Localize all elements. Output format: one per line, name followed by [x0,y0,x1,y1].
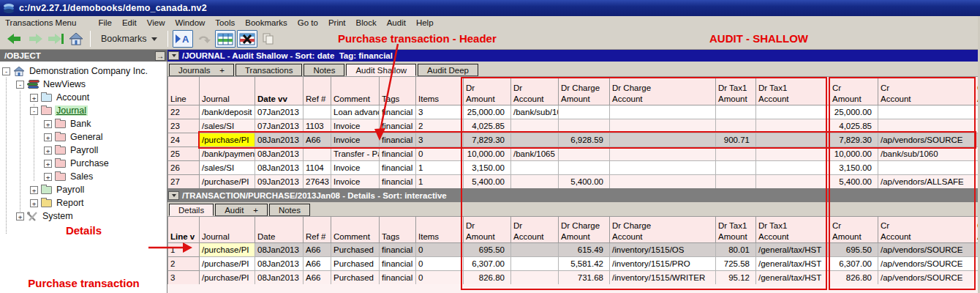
col-cr-account[interactable]: CrAccount [878,217,975,243]
cell-dr-amount[interactable]: 826.80 [464,271,511,285]
table-row[interactable]: 27 /purchase/PI 09Jan2013 27643 Invoice … [168,175,980,189]
cell-items[interactable]: 0 [416,147,464,161]
cell-cr-account[interactable]: /ap/vendors/SOURCE [878,243,975,257]
cell-cr-amount[interactable]: 695.50 [830,243,878,257]
col-dr-charge-amount[interactable]: Dr ChargeAmount [559,217,610,243]
col-dr-charge-amount[interactable]: Dr ChargeAmount [559,77,610,105]
tree-expander[interactable]: + [30,199,38,207]
cell-journal[interactable]: /purchase/PI [200,243,255,257]
cell-ref[interactable]: 27643 [304,175,331,189]
cell-dr-charge-amount[interactable]: 615.49 [559,243,610,257]
cell-dr-amount[interactable]: 25,000.00 [464,105,511,119]
cell-comment[interactable]: Invoice [331,175,380,189]
col-items[interactable]: Items [416,217,464,243]
tab-details[interactable]: Details [169,204,214,216]
col-dr-amount[interactable]: DrAmount [464,217,511,243]
col-line[interactable]: Line [168,77,200,105]
col-dr-amount[interactable]: DrAmount [464,77,511,105]
cell-dr-tax1-account[interactable] [756,161,830,175]
menu-window[interactable]: Window [170,18,210,28]
cell-tags[interactable]: financial [380,119,416,133]
cell-tags[interactable]: financial [380,271,416,285]
table-row[interactable]: 22 /bank/deposit 07Jan2013 Loan advanc f… [168,105,980,119]
cell-dr-charge-amount[interactable] [559,161,610,175]
cell-ref[interactable]: 1104 [304,161,331,175]
cell-date[interactable]: 08Jan2013 [255,147,304,161]
table-row[interactable]: 26 /sales/SI 08Jan2013 1104 Invoice fina… [168,161,980,175]
cell-dr-tax1-account[interactable]: /general/tax/HST [756,257,830,271]
cell-dr-tax1-amount[interactable] [716,105,756,119]
tree-expander[interactable]: + [44,133,52,141]
tree-expander[interactable]: + [30,186,38,194]
cell-journal[interactable]: /purchase/PI [200,257,255,271]
col-dr-tax1-amount[interactable]: Dr Tax1Amount [716,217,756,243]
tree-expander[interactable]: + [44,160,52,168]
menu-print[interactable]: Print [323,18,351,28]
cell-cr-account[interactable]: /ap/vendors/ALLSAFE [878,175,975,189]
tree-expander[interactable]: + [44,146,52,155]
col-ref[interactable]: Ref # [304,217,331,243]
cell-dr-account[interactable] [511,271,559,285]
cell-items[interactable]: 3 [416,105,464,119]
cell-dr-charge-amount[interactable] [559,119,610,133]
tree-item-payroll[interactable]: + Payroll [0,183,167,196]
tree-expander[interactable]: + [44,120,52,128]
cell-date[interactable]: 08Jan2013 [255,133,304,147]
cell-dr-tax1-amount[interactable] [716,147,756,161]
cell-dr-tax1-amount[interactable] [716,161,756,175]
col-cr-account[interactable]: CrAccount [878,77,975,105]
cell-tags[interactable]: financial [380,257,416,271]
cell-ref[interactable]: A66 [304,271,331,285]
cell-ref[interactable]: A66 [304,257,331,271]
col-dr-tax1-account[interactable]: Dr Tax1Account [756,77,830,105]
cell-dr-charge-amount[interactable] [559,105,610,119]
cell-comment[interactable]: Purchased [331,243,380,257]
tab-journals[interactable]: Journals + [169,64,234,76]
cell-cr-amount[interactable]: 5,400.00 [830,175,878,189]
table-row[interactable]: 24 /purchase/PI 08Jan2013 A66 Invoice fi… [168,133,980,147]
cell-tags[interactable]: financial [380,243,416,257]
cell-journal[interactable]: /bank/paymen [200,147,255,161]
cell-line[interactable]: 2 [168,257,200,271]
home-button[interactable] [67,30,86,48]
col-journal[interactable]: Journal [200,77,255,105]
menu-edit[interactable]: Edit [117,18,142,28]
cell-tags[interactable]: financial [380,161,416,175]
col-dr-tax1-amount[interactable]: Dr Tax1Amount [716,77,756,105]
cell-cr-amount[interactable]: 7,829.30 [830,133,878,147]
col-journal[interactable]: Journal [200,217,255,243]
cell-dr-tax1-amount[interactable]: 95.12 [716,271,756,285]
menu-transactions-menu[interactable]: Transactions Menu [0,18,81,28]
cell-dr-charge-account[interactable]: /inventory/1515/PRO [610,257,716,271]
cell-items[interactable]: 1 [416,161,464,175]
back-button[interactable] [5,30,24,48]
forward-button[interactable] [26,30,45,48]
tree-expander[interactable]: + [16,212,24,220]
col-line[interactable]: Line v [168,217,200,243]
cell-dr-amount[interactable]: 6,307.00 [464,257,511,271]
menu-bookmarks[interactable]: Bookmarks [240,18,293,28]
cell-dr-account[interactable]: /bank/sub/10 [511,105,559,119]
cell-dr-account[interactable] [511,243,559,257]
cell-items[interactable]: 0 [416,257,464,271]
col-tags[interactable]: Tags [380,217,416,243]
col-dr-tax1-account[interactable]: Dr Tax1Account [756,217,830,243]
cell-comment[interactable]: Transfer - Pa [331,147,380,161]
col-comment[interactable]: Comment [331,217,380,243]
cell-dr-charge-account[interactable] [610,105,716,119]
tree-item-bank[interactable]: + Bank [0,117,167,130]
cell-ref[interactable]: 1103 [304,119,331,133]
cell-cr-account[interactable]: /ap/vendors/SOURCE [878,271,975,285]
cell-items[interactable]: 0 [416,271,464,285]
cell-date[interactable]: 08Jan2013 [255,257,304,271]
col-date[interactable]: Date vv [255,77,304,105]
cell-cr-amount[interactable]: 6,307.00 [830,257,878,271]
cell-dr-amount[interactable]: 4,025.85 [464,119,511,133]
cell-cr-account[interactable] [878,161,975,175]
forward-to-end-button[interactable] [46,30,65,48]
cell-journal[interactable]: /purchase/PI [200,271,255,285]
cell-dr-account[interactable]: /bank/1065 [511,147,559,161]
cell-line[interactable]: 27 [168,175,200,189]
cell-comment[interactable]: Purchased [331,257,380,271]
tab-audit[interactable]: Audit + [215,204,268,216]
